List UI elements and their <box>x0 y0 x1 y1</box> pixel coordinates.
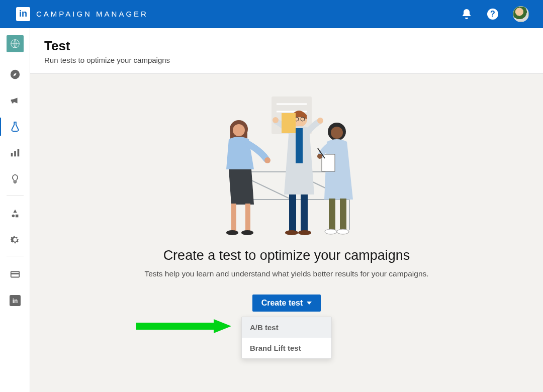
svg-rect-10 <box>11 273 19 274</box>
bars-icon <box>10 147 21 158</box>
create-test-button[interactable]: Create test <box>252 295 321 312</box>
svg-point-33 <box>317 118 323 124</box>
hero-description: Tests help you learn and understand what… <box>144 269 428 278</box>
create-test-label: Create test <box>261 299 303 308</box>
svg-rect-34 <box>282 113 296 133</box>
svg-point-47 <box>337 229 349 234</box>
sidebar-item-test[interactable] <box>0 114 30 140</box>
svg-rect-24 <box>231 204 236 231</box>
svg-text:in: in <box>12 298 18 305</box>
svg-point-23 <box>264 157 270 163</box>
sidebar-item-discover[interactable] <box>0 61 30 87</box>
svg-rect-8 <box>15 215 18 218</box>
page-title: Test <box>44 38 529 54</box>
shapes-icon <box>10 208 21 219</box>
hero-heading: Create a test to optimize your campaigns <box>163 248 410 263</box>
svg-rect-31 <box>296 128 303 163</box>
page-subtitle: Run tests to optimize your campaigns <box>44 56 529 64</box>
svg-rect-45 <box>340 199 346 230</box>
sidebar-item-linkedin[interactable]: in <box>0 287 30 314</box>
content-area: Create a test to optimize your campaigns… <box>30 74 543 392</box>
global-header: in CAMPAIGN MANAGER ? <box>0 0 543 28</box>
lightbulb-icon <box>10 173 21 184</box>
svg-rect-5 <box>14 151 16 156</box>
linkedin-logo-icon[interactable]: in <box>16 7 30 21</box>
compass-icon <box>10 69 21 80</box>
sidebar-item-billing[interactable] <box>0 261 30 287</box>
sidebar-divider <box>7 195 24 195</box>
header-right: ? <box>461 6 529 22</box>
svg-point-27 <box>241 230 253 235</box>
svg-point-42 <box>317 154 322 159</box>
svg-rect-44 <box>329 199 335 230</box>
svg-point-26 <box>226 230 238 235</box>
megaphone-icon <box>10 95 21 106</box>
sidebar-item-settings[interactable] <box>0 227 30 253</box>
svg-rect-35 <box>289 194 296 231</box>
hero-illustration <box>206 94 367 240</box>
sidebar-item-assets[interactable] <box>0 201 30 227</box>
main: Test Run tests to optimize your campaign… <box>30 28 543 392</box>
sidebar-brand-icon[interactable] <box>7 35 24 52</box>
dropdown-item-ab-test[interactable]: A/B test <box>242 317 331 338</box>
gear-icon <box>10 234 21 245</box>
left-nav: in <box>0 28 30 392</box>
svg-point-22 <box>233 124 245 136</box>
svg-text:?: ? <box>490 10 495 18</box>
flask-icon <box>10 121 21 132</box>
annotation-arrow <box>136 319 231 333</box>
svg-point-46 <box>325 229 337 234</box>
page-header: Test Run tests to optimize your campaign… <box>30 28 543 74</box>
dropdown-item-brand-lift[interactable]: Brand Lift test <box>242 338 331 358</box>
logo-text: in <box>19 9 27 19</box>
sidebar-item-analyze[interactable] <box>0 140 30 166</box>
svg-point-38 <box>298 230 311 235</box>
help-icon[interactable]: ? <box>487 8 499 20</box>
svg-rect-4 <box>11 153 13 156</box>
svg-rect-36 <box>301 194 308 231</box>
notifications-icon[interactable] <box>461 8 473 20</box>
caret-down-icon <box>307 302 312 305</box>
profile-avatar[interactable] <box>513 6 529 22</box>
svg-rect-6 <box>17 149 19 157</box>
header-left: in CAMPAIGN MANAGER <box>16 7 148 21</box>
svg-point-32 <box>273 117 279 123</box>
sidebar-divider <box>7 256 24 256</box>
svg-rect-25 <box>245 204 250 231</box>
create-test-dropdown: A/B test Brand Lift test <box>241 317 332 359</box>
sidebar-item-advertise[interactable] <box>0 87 30 114</box>
svg-point-7 <box>12 215 14 218</box>
linkedin-icon: in <box>10 295 21 306</box>
svg-point-40 <box>331 127 343 139</box>
app-title: CAMPAIGN MANAGER <box>36 10 148 18</box>
card-icon <box>10 269 21 280</box>
sidebar-item-ideas[interactable] <box>0 166 30 192</box>
svg-marker-49 <box>214 319 231 333</box>
svg-point-37 <box>285 230 298 235</box>
